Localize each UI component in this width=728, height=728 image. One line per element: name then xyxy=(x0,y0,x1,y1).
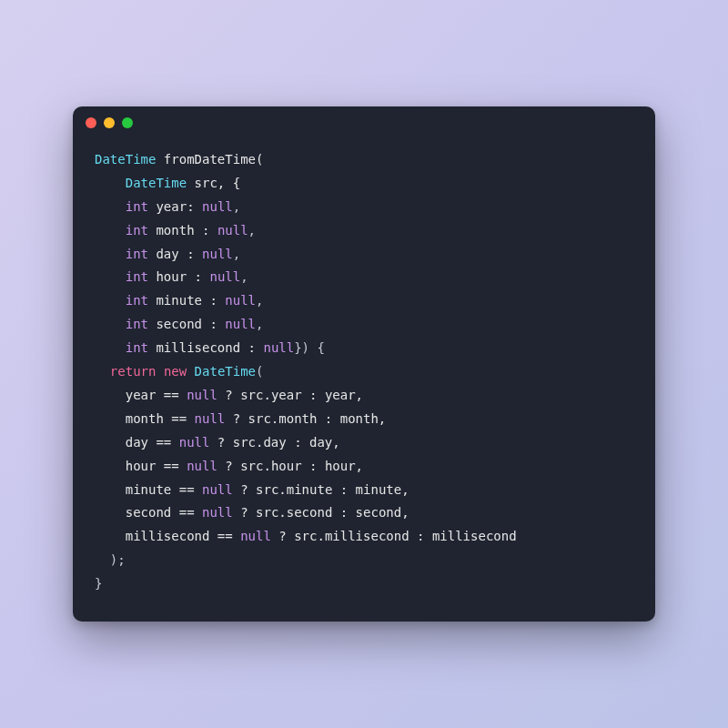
code-token: month == xyxy=(95,411,195,426)
code-token: null xyxy=(225,317,256,331)
code-token: int xyxy=(126,293,148,308)
code-token: millisecond == xyxy=(95,529,240,543)
code-line: minute == null ? src.minute : minute, xyxy=(95,479,633,502)
code-token: src, { xyxy=(187,176,240,190)
code-line: return new DateTime( xyxy=(95,360,633,384)
code-token: ( xyxy=(256,364,263,379)
code-token xyxy=(95,340,126,355)
code-token: hour == xyxy=(95,459,187,473)
code-token xyxy=(95,293,126,308)
code-token: hour : xyxy=(148,269,209,284)
code-line: } xyxy=(95,572,633,596)
code-token: }) { xyxy=(294,340,325,355)
close-icon[interactable] xyxy=(86,117,96,128)
code-token: , xyxy=(256,293,263,308)
code-token: ); xyxy=(95,552,126,567)
code-token: null xyxy=(202,505,233,520)
code-token: day : xyxy=(148,247,202,261)
code-token: null xyxy=(240,529,271,543)
code-token: null xyxy=(217,223,248,238)
code-token: int xyxy=(126,269,148,284)
code-line: ); xyxy=(95,549,633,572)
code-token: second : xyxy=(148,317,225,331)
code-token: null xyxy=(202,199,233,214)
code-token: int xyxy=(126,317,148,331)
code-token: int xyxy=(126,340,148,355)
code-line: int millisecond : null}) { xyxy=(95,337,633,360)
code-token: null xyxy=(195,411,226,426)
minimize-icon[interactable] xyxy=(104,117,115,128)
code-token xyxy=(95,364,110,379)
code-token: , xyxy=(256,317,263,331)
maximize-icon[interactable] xyxy=(122,117,133,128)
code-token: ? src.month : month, xyxy=(225,411,386,426)
code-line: millisecond == null ? src.millisecond : … xyxy=(95,525,633,549)
code-line: month == null ? src.month : month, xyxy=(95,408,633,431)
code-token: null xyxy=(187,388,217,402)
code-token: DateTime xyxy=(95,152,156,167)
code-token: second == xyxy=(95,505,202,520)
code-token: int xyxy=(126,247,148,261)
code-line: year == null ? src.year : year, xyxy=(95,384,633,408)
code-token: null xyxy=(187,459,217,473)
code-token: millisecond : xyxy=(148,340,263,355)
code-window: DateTime fromDateTime( DateTime src, { i… xyxy=(73,106,655,622)
code-token: , xyxy=(233,199,240,214)
code-line: DateTime src, { xyxy=(95,172,633,196)
code-token: } xyxy=(95,576,102,591)
titlebar xyxy=(73,106,655,139)
code-token: , xyxy=(248,223,256,238)
code-token: day == xyxy=(95,435,179,450)
code-token: ? src.hour : hour, xyxy=(217,459,363,473)
code-token: month : xyxy=(148,223,217,238)
code-token: int xyxy=(126,223,148,238)
code-token: , xyxy=(240,269,248,284)
code-token: minute == xyxy=(95,482,202,497)
code-line: int day : null, xyxy=(95,243,633,267)
code-line: second == null ? src.second : second, xyxy=(95,501,633,525)
code-token: ? src.minute : minute, xyxy=(233,482,410,497)
code-token xyxy=(95,247,126,261)
code-line: int month : null, xyxy=(95,219,633,243)
code-token: , xyxy=(233,247,240,261)
code-token: null xyxy=(202,247,233,261)
code-token: ? src.year : year, xyxy=(217,388,363,402)
code-token xyxy=(95,199,126,214)
code-line: int second : null, xyxy=(95,313,633,337)
code-line: int year: null, xyxy=(95,196,633,219)
code-token: year: xyxy=(148,199,202,214)
code-line: int minute : null, xyxy=(95,289,633,313)
code-token xyxy=(156,364,163,379)
code-token xyxy=(95,317,126,331)
code-token: ? src.day : day, xyxy=(209,435,339,450)
code-token: null xyxy=(209,269,240,284)
code-token: year == xyxy=(95,388,187,402)
code-token: null xyxy=(263,340,294,355)
code-token: DateTime xyxy=(126,176,187,190)
code-token xyxy=(95,176,126,190)
code-token: new xyxy=(164,364,187,379)
code-token: int xyxy=(126,199,148,214)
code-token: return xyxy=(110,364,157,379)
code-token xyxy=(95,223,126,238)
code-token: DateTime xyxy=(195,364,256,379)
code-token: ? src.millisecond : millisecond xyxy=(271,529,517,543)
code-block: DateTime fromDateTime( DateTime src, { i… xyxy=(73,139,655,622)
code-token: null xyxy=(179,435,210,450)
code-token xyxy=(187,364,194,379)
code-line: DateTime fromDateTime( xyxy=(95,148,633,172)
code-line: day == null ? src.day : day, xyxy=(95,431,633,455)
code-token: null xyxy=(225,293,256,308)
code-token: ? src.second : second, xyxy=(233,505,410,520)
code-token: null xyxy=(202,482,233,497)
code-line: int hour : null, xyxy=(95,266,633,289)
code-token xyxy=(95,269,126,284)
code-token: fromDateTime( xyxy=(156,152,263,167)
code-token: minute : xyxy=(148,293,225,308)
code-line: hour == null ? src.hour : hour, xyxy=(95,455,633,479)
